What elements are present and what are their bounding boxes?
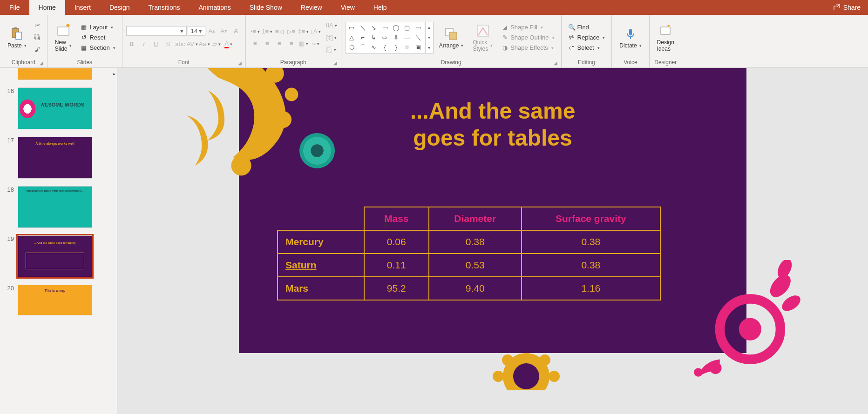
clipboard-launcher[interactable]: ◢ <box>40 60 43 66</box>
highlight-button[interactable]: ▱ <box>211 39 222 50</box>
font-color-button[interactable]: A <box>223 39 234 50</box>
thumbnail-partial[interactable] <box>0 68 117 84</box>
thumb-preview[interactable] <box>18 68 92 80</box>
decrease-indent-button[interactable]: ≡◁ <box>274 26 285 37</box>
thumbnail-18[interactable]: 18 Infographics make your idea understab… <box>0 182 117 232</box>
increase-font-button[interactable]: A▴ <box>206 26 217 37</box>
format-painter-button[interactable]: 🖌 <box>32 44 43 55</box>
row-head-saturn[interactable]: Saturn <box>278 254 364 277</box>
cell[interactable]: 9.40 <box>429 277 522 300</box>
slide-title[interactable]: ...And the same goes for tables <box>239 98 746 151</box>
row-head-mercury[interactable]: Mercury <box>278 230 364 254</box>
dictate-button[interactable]: Dictate <box>616 25 645 51</box>
shape-lbrace[interactable]: { <box>380 43 390 52</box>
line-spacing-button[interactable]: ‡≡ <box>298 26 309 37</box>
thumb-preview[interactable]: This is a map <box>18 285 92 315</box>
char-spacing-button[interactable]: AV <box>187 39 198 50</box>
shape-rect[interactable]: ▭ <box>380 23 390 33</box>
shape-roundrect[interactable]: ▢ <box>402 23 413 33</box>
text-direction2-button[interactable]: IIA <box>326 20 337 31</box>
tab-design[interactable]: Design <box>100 0 139 15</box>
columns-button[interactable]: ▥ <box>298 38 309 49</box>
font-launcher[interactable]: ◢ <box>238 60 242 66</box>
layout-button[interactable]: ▦Layout <box>77 23 118 32</box>
tab-slideshow[interactable]: Slide Show <box>240 0 292 15</box>
paste-button[interactable]: Paste <box>4 25 30 51</box>
shape-line[interactable]: ＼ <box>358 23 368 33</box>
shape-oval[interactable]: ◯ <box>391 23 401 33</box>
shape-line2[interactable]: ＼ <box>413 33 424 42</box>
cell[interactable]: 0.06 <box>364 230 429 254</box>
share-button[interactable]: Share <box>826 3 868 12</box>
align-left-button[interactable]: ≡ <box>250 38 261 49</box>
align-right-button[interactable]: ≡ <box>274 38 285 49</box>
cell[interactable]: 0.38 <box>429 230 522 254</box>
table-header-mass[interactable]: Mass <box>364 207 429 230</box>
shape-hex[interactable]: ⬡ <box>346 43 357 52</box>
bullets-button[interactable]: •≡ <box>250 26 261 37</box>
thumb-scroll-up[interactable]: ▴ <box>113 71 115 76</box>
design-ideas-button[interactable]: Design Ideas <box>653 21 678 54</box>
table-header-empty[interactable] <box>278 207 364 230</box>
underline-button[interactable]: U <box>150 39 162 50</box>
bold-button[interactable]: B <box>126 39 137 50</box>
justify-button[interactable]: ≡ <box>286 38 297 49</box>
increase-indent-button[interactable]: ▷≡ <box>286 26 297 37</box>
shape-fill-button[interactable]: ◢Shape Fill <box>498 23 557 32</box>
strikethrough-button[interactable]: abc <box>175 39 186 50</box>
select-button[interactable]: ⭯Select <box>565 43 608 53</box>
shape-rect3[interactable]: ▭ <box>402 33 413 42</box>
drawing-launcher[interactable]: ◢ <box>554 60 557 66</box>
cell[interactable]: 0.53 <box>429 254 522 277</box>
copy-button[interactable]: ⿻ <box>32 32 43 43</box>
thumbnail-17[interactable]: 17 A time always works well <box>0 133 117 182</box>
table-header-surface-gravity[interactable]: Surface gravity <box>522 207 660 230</box>
shape-line-arrow[interactable]: ↘ <box>368 23 379 33</box>
thumb-preview[interactable]: Infographics make your idea understable.… <box>18 186 92 228</box>
font-family-combo[interactable]: ▾ <box>126 26 187 36</box>
cell[interactable]: 95.2 <box>364 277 429 300</box>
tab-view[interactable]: View <box>332 0 364 15</box>
align-text-button[interactable]: ⎃ <box>310 38 321 49</box>
italic-button[interactable]: I <box>138 39 149 50</box>
align-vert-button[interactable]: [‡] <box>326 32 337 43</box>
section-button[interactable]: ▤Section <box>77 43 118 53</box>
shapes-gallery[interactable]: ▭ ＼ ↘ ▭ ◯ ▢ ▭ △ ⌐ ↳ ⇨ ⇩ ▭ ＼ ⬡ ⌒ ∿ { } ☆ <box>345 22 425 53</box>
row-head-mars[interactable]: Mars <box>278 277 364 300</box>
table-header-diameter[interactable]: Diameter <box>429 207 522 230</box>
thumbnail-20[interactable]: 20 This is a map <box>0 281 117 319</box>
shape-arc[interactable]: ⌒ <box>358 43 368 52</box>
tab-file[interactable]: File <box>0 0 29 15</box>
change-case-button[interactable]: Aa <box>199 39 210 50</box>
arrange-button[interactable]: Arrange <box>435 25 468 51</box>
shapes-scroll-up[interactable]: ▴ <box>426 22 433 33</box>
thumbnail-panel[interactable]: ▴ 16 AWESOME WORDS 17 A time always work… <box>0 68 117 414</box>
cut-button[interactable]: ✂ <box>32 20 43 31</box>
shapes-scroll-down[interactable]: ▾ <box>426 33 433 43</box>
numbering-button[interactable]: 1≡ <box>262 26 273 37</box>
slide-canvas[interactable]: ...And the same goes for tables Ꮖ Mass D… <box>239 68 746 353</box>
paragraph-launcher[interactable]: ◢ <box>333 60 337 66</box>
shapes-more[interactable]: ▾ <box>426 43 433 53</box>
cell[interactable]: 0.38 <box>522 254 660 277</box>
shape-curve[interactable]: ∿ <box>368 43 379 52</box>
shape-elbow[interactable]: ⌐ <box>358 33 368 42</box>
thumb-preview[interactable]: ...And the same goes for tables <box>18 235 92 277</box>
find-button[interactable]: 🔍Find <box>565 23 608 32</box>
align-center-button[interactable]: ≡ <box>262 38 273 49</box>
shape-triangle[interactable]: △ <box>346 33 357 42</box>
tab-transitions[interactable]: Transitions <box>139 0 190 15</box>
text-direction-button[interactable]: ↕A <box>310 26 321 37</box>
tab-insert[interactable]: Insert <box>65 0 100 15</box>
reset-button[interactable]: ↺Reset <box>77 33 118 42</box>
slide-editor[interactable]: ...And the same goes for tables Ꮖ Mass D… <box>117 68 868 414</box>
shape-star[interactable]: ☆ <box>402 43 413 52</box>
cell[interactable]: 1.16 <box>522 277 660 300</box>
decrease-font-button[interactable]: A▾ <box>218 26 230 37</box>
shape-outline-button[interactable]: ✎Shape Outline <box>498 33 557 42</box>
shadow-button[interactable]: S <box>163 39 174 50</box>
shape-rbrace[interactable]: } <box>391 43 401 52</box>
font-size-combo[interactable]: 14▾ <box>188 26 205 36</box>
slide-table[interactable]: Mass Diameter Surface gravity Mercury 0.… <box>277 207 661 300</box>
replace-button[interactable]: ᵃ⁄ᵇReplace <box>565 33 608 42</box>
